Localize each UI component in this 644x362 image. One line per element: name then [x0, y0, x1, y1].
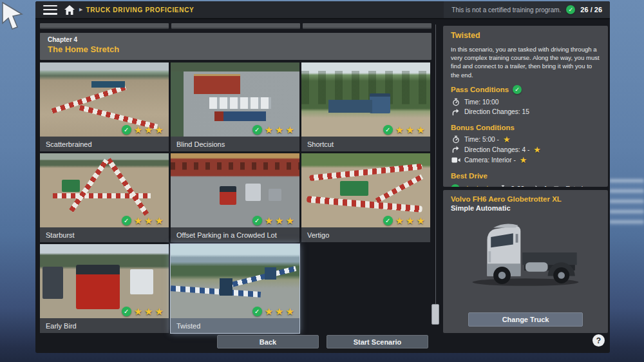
topbar-right-section: This is not a certified training program…: [444, 1, 610, 18]
scenario-tile[interactable]: ✓ ★★★ Early Bird: [40, 244, 169, 333]
completed-check-icon: ✓: [252, 307, 262, 316]
scenario-thumbnail: ✓ ★★★: [171, 244, 299, 318]
completed-check-icon: ✓: [122, 216, 131, 225]
partial-tile[interactable]: [40, 23, 169, 29]
app-window: ▶ TRUCK DRIVING PROFICIENCY This is not …: [35, 1, 610, 353]
pass-conditions-label: Pass Conditions: [451, 86, 509, 93]
thumbnail-decoration: [328, 100, 372, 113]
progress-check-icon: ✓: [566, 5, 575, 14]
scenario-tile[interactable]: ✓ ★★★ Vertigo: [301, 153, 430, 242]
scenario-list: Chapter 4 The Home Stretch ✓ ★★★ Scatter…: [40, 23, 431, 333]
scenario-thumbnail: ✓ ★★★: [171, 153, 299, 227]
truck-card: Volvo FH6 Aero Globetrotter XL Simple Au…: [443, 190, 608, 333]
thumbnail-decoration: [130, 269, 153, 294]
condition-row: Time: 10:00: [451, 98, 600, 106]
scenario-name: Early Bird: [46, 322, 77, 330]
thumbnail-decoration: [223, 266, 296, 289]
help-button[interactable]: ?: [592, 334, 605, 347]
chevron-right-icon: ▶: [79, 7, 82, 12]
star-rating: ★★★: [134, 216, 166, 225]
scenario-tile[interactable]: ✓ ★★★ Blind Decisions: [171, 62, 299, 151]
star-rating: ★★★: [265, 125, 296, 135]
partial-tile[interactable]: [303, 23, 431, 29]
scrollbar-thumb[interactable]: [431, 304, 439, 325]
stopwatch-icon: [451, 98, 460, 106]
scenario-tile[interactable]: ✓ ★★★ Shortcut: [301, 62, 430, 151]
completed-check-icon: ✓: [122, 125, 131, 135]
scenario-thumbnail: ✓ ★★★: [40, 244, 169, 318]
best-drive-direction-changes: 4: [543, 185, 547, 187]
best-drive-row: ✓ ★★★ 3:32 4 Exterior: [451, 184, 600, 187]
bonus-conditions-list: Time: 5:00 -★Direction Changes: 4 -★Came…: [451, 133, 600, 166]
scenario-name: Scatterbrained: [46, 140, 92, 148]
tile-bar: Scatterbrained: [40, 137, 169, 151]
scenario-tile[interactable]: ✓ ★★★ Scatterbrained: [40, 62, 169, 151]
scenario-thumbnail: ✓ ★★★: [301, 153, 430, 227]
scenario-description: In this scenario, you are tasked with dr…: [451, 45, 600, 79]
tile-status: ✓ ★★★: [383, 125, 427, 135]
condition-row: Direction Changes: 4 -★: [451, 146, 600, 154]
bonus-conditions-label: Bonus Conditions: [451, 124, 515, 131]
scenario-name: Twisted: [176, 322, 200, 330]
best-drive-check-icon: ✓: [451, 184, 460, 187]
condition-row: Camera: Interior -★: [451, 156, 600, 164]
thumbnail-decoration: [375, 174, 423, 203]
back-button[interactable]: Back: [217, 335, 319, 348]
thumbnail-decoration: [307, 196, 422, 213]
tile-bar: Offset Parking in a Crowded Lot: [171, 227, 299, 242]
condition-text: Direction Changes: 15: [464, 108, 529, 115]
thumbnail-decoration: [91, 81, 125, 88]
bonus-conditions-heading: Bonus Conditions: [451, 124, 600, 131]
thumbnail-decoration: [76, 265, 120, 309]
change-truck-button[interactable]: Change Truck: [468, 312, 583, 327]
condition-text: Time: 5:00 -: [464, 136, 499, 143]
condition-text: Time: 10:00: [464, 99, 498, 106]
condition-row: Time: 5:00 -★: [451, 135, 600, 144]
scenario-tile[interactable]: ✓ ★★★ Starburst: [40, 153, 169, 242]
thumbnail-decoration: [62, 180, 80, 191]
tile-status: ✓ ★★★: [122, 216, 166, 225]
tile-bar: Twisted: [171, 318, 299, 333]
completed-check-icon: ✓: [252, 216, 262, 225]
scenario-name: Shortcut: [307, 140, 334, 148]
scenario-tile[interactable]: ✓ ★★★ Offset Parking in a Crowded Lot: [171, 153, 299, 242]
home-icon: [64, 5, 75, 15]
thumbnail-decoration: [245, 184, 261, 200]
thumbnail-decoration: [220, 186, 236, 205]
scenario-tile[interactable]: ✓ ★★★ Twisted: [171, 244, 299, 333]
start-scenario-button[interactable]: Start Scenario: [327, 335, 428, 348]
best-drive-heading: Best Drive: [451, 172, 600, 180]
pass-conditions-heading: Pass Conditions ✓: [451, 85, 600, 94]
home-button[interactable]: [64, 5, 75, 15]
scrollbar-track[interactable]: [435, 24, 436, 325]
menu-icon[interactable]: [43, 5, 57, 15]
scenario-thumbnail: ✓ ★★★: [40, 153, 169, 227]
stopwatch-icon: [498, 185, 507, 187]
best-drive-time: 3:32: [511, 185, 524, 187]
tile-bar: Vertigo: [301, 227, 430, 242]
star-rating: ★★★: [265, 216, 296, 225]
pass-conditions-list: Time: 10:00Direction Changes: 15: [451, 96, 600, 118]
scenario-details-card: Twisted In this scenario, you are tasked…: [443, 26, 608, 187]
thumbnail-decoration: [220, 278, 232, 296]
mouse-cursor: [0, 1, 27, 32]
stopwatch-icon: [451, 135, 460, 144]
scenario-grid: ✓ ★★★ Scatterbrained ✓ ★★★ Blind Decisio…: [40, 62, 431, 333]
direction-icon: [451, 108, 460, 116]
thumbnail-decoration: [171, 285, 261, 298]
thumbnail-decoration: [340, 181, 368, 196]
tile-bar: Shortcut: [301, 137, 430, 151]
star-rating: ★★★: [395, 125, 427, 135]
chapter-title: The Home Stretch: [48, 44, 424, 54]
bonus-star-icon: ★: [533, 146, 541, 154]
truck-image: [464, 214, 587, 291]
tile-status: ✓ ★★★: [122, 307, 166, 316]
scenario-name: Blind Decisions: [176, 140, 225, 148]
direction-icon: [451, 146, 460, 153]
camera-icon: [553, 186, 562, 187]
partial-tile[interactable]: [171, 23, 300, 29]
footer-bar: Back Start Scenario: [35, 335, 610, 348]
condition-text: Direction Changes: 4 -: [464, 146, 529, 153]
thumbnail-decoration: [309, 164, 422, 181]
tile-bar: Starburst: [40, 227, 169, 242]
